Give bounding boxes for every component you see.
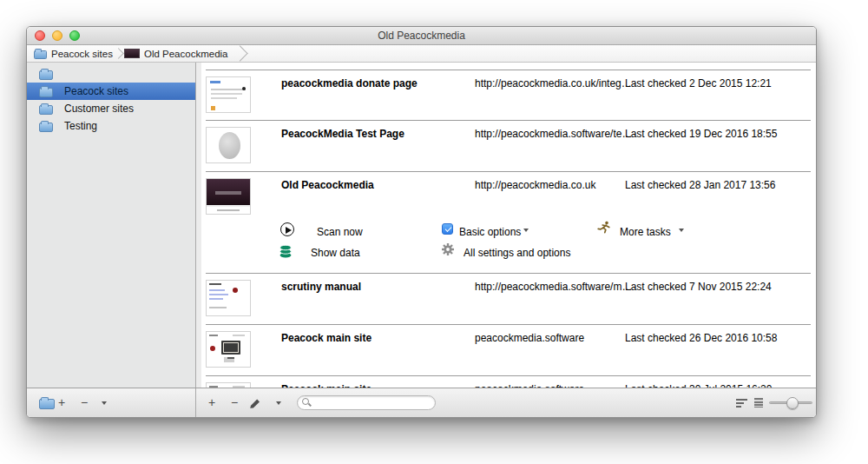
thumbnail-size-slider[interactable] <box>769 401 812 404</box>
more-tasks-dropdown-icon[interactable] <box>679 229 684 232</box>
list-toolbar: + − <box>196 388 816 417</box>
site-row[interactable]: Peacock main site peacockmedia.software … <box>206 324 811 375</box>
runner-icon[interactable] <box>597 221 612 235</box>
sidebar-item[interactable]: Testing <box>27 117 195 135</box>
folder-icon <box>39 88 53 97</box>
site-thumbnail <box>206 76 251 113</box>
site-row[interactable]: peacockmedia donate page http://peacockm… <box>206 70 811 120</box>
sidebar-item[interactable]: Peacock sites <box>27 83 195 100</box>
site-thumbnail <box>206 280 251 316</box>
sidebar-item[interactable]: Customer sites <box>27 100 195 117</box>
breadcrumb-item-folder[interactable]: Peacock sites <box>34 45 116 62</box>
remove-folder-button[interactable]: − <box>81 388 88 417</box>
gear-icon[interactable] <box>441 242 455 256</box>
sidebar-item-label: Customer sites <box>64 103 134 115</box>
site-row[interactable]: PeacockMedia Test Page http://peacockmed… <box>206 120 811 171</box>
all-settings-button[interactable]: All settings and options <box>464 247 570 259</box>
site-last-checked: Last checked 7 Nov 2015 22:24 <box>625 281 772 293</box>
edit-pencil-icon[interactable] <box>248 396 261 409</box>
site-last-checked: Last checked 30 Jul 2015 16:20 <box>625 383 772 388</box>
remove-site-button[interactable]: − <box>231 388 238 417</box>
site-controls: Scan now Show data Basic options All set… <box>206 172 811 273</box>
site-thumbnail <box>206 127 251 163</box>
window-title: Old Peacockmedia <box>27 27 816 44</box>
add-site-button[interactable]: + <box>208 388 215 417</box>
grid-view-icon[interactable] <box>754 398 763 408</box>
sidebar-folder-list: Peacock sites Customer sites Testing <box>27 63 196 388</box>
site-action-menu-icon[interactable] <box>276 401 281 405</box>
add-folder-button[interactable]: + <box>58 388 65 417</box>
site-url: http://peacockmedia.co.uk/integ… <box>475 77 632 89</box>
desktop-background: Old Peacockmedia Peacock sites Old Peaco… <box>0 0 868 464</box>
show-data-button[interactable]: Show data <box>311 247 360 259</box>
site-name: PeacockMedia Test Page <box>281 128 404 140</box>
breadcrumb: Peacock sites Old Peacockmedia <box>27 45 816 63</box>
site-last-checked: Last checked 2 Dec 2015 12:21 <box>625 77 772 89</box>
app-window: Old Peacockmedia Peacock sites Old Peaco… <box>26 26 817 418</box>
site-thumbnail <box>206 331 251 368</box>
folder-icon <box>39 123 53 132</box>
slider-knob[interactable] <box>786 397 799 409</box>
site-row[interactable]: Old Peacockmedia http://peacockmedia.co.… <box>206 171 811 273</box>
basic-options-checkbox[interactable] <box>442 223 453 235</box>
bottom-toolbar: + − + − <box>27 388 816 417</box>
folder-icon <box>39 105 53 115</box>
site-row[interactable]: Peacock main site peacockmedia.software … <box>206 375 811 388</box>
database-icon[interactable] <box>279 244 293 259</box>
list-view-icon[interactable] <box>736 399 747 401</box>
folder-action-menu-icon[interactable] <box>102 401 107 405</box>
breadcrumb-label: Peacock sites <box>51 49 113 59</box>
site-row[interactable]: scrutiny manual http://peacockmedia.soft… <box>206 273 811 324</box>
site-last-checked: Last checked 19 Dec 2016 18:55 <box>625 128 777 140</box>
site-last-checked: Last checked 26 Dec 2016 10:58 <box>625 332 777 344</box>
breadcrumb-item-site[interactable]: Old Peacockmedia <box>124 45 232 62</box>
sidebar-toolbar: + − <box>27 388 196 417</box>
basic-options-label[interactable]: Basic options <box>459 226 521 238</box>
site-name: Peacock main site <box>281 332 372 344</box>
site-list: peacockmedia donate page http://peacockm… <box>196 63 816 388</box>
new-folder-icon[interactable] <box>39 399 55 409</box>
site-url: peacockmedia.software <box>475 383 584 388</box>
search-input[interactable] <box>297 395 436 410</box>
chevron-right-icon <box>233 45 248 61</box>
site-mini-thumbnail <box>124 49 140 58</box>
site-url: http://peacockmedia.software/te… <box>475 128 632 140</box>
breadcrumb-label: Old Peacockmedia <box>144 49 228 59</box>
folder-icon <box>39 70 53 80</box>
more-tasks-button[interactable]: More tasks <box>620 226 671 238</box>
site-url: peacockmedia.software <box>475 332 584 344</box>
sidebar-item-label: Testing <box>64 120 97 132</box>
basic-options-dropdown-icon[interactable] <box>523 229 529 232</box>
site-name: peacockmedia donate page <box>281 77 418 89</box>
play-icon[interactable] <box>280 222 294 236</box>
site-thumbnail <box>206 382 251 388</box>
site-name: scrutiny manual <box>281 281 361 293</box>
sidebar-item[interactable] <box>27 65 195 83</box>
site-name: Peacock main site <box>281 383 372 388</box>
folder-icon <box>34 50 47 59</box>
title-bar[interactable]: Old Peacockmedia <box>27 27 816 45</box>
sidebar-item-label: Peacock sites <box>64 85 128 97</box>
site-url: http://peacockmedia.software/m… <box>475 281 632 293</box>
scan-now-button[interactable]: Scan now <box>317 226 363 238</box>
